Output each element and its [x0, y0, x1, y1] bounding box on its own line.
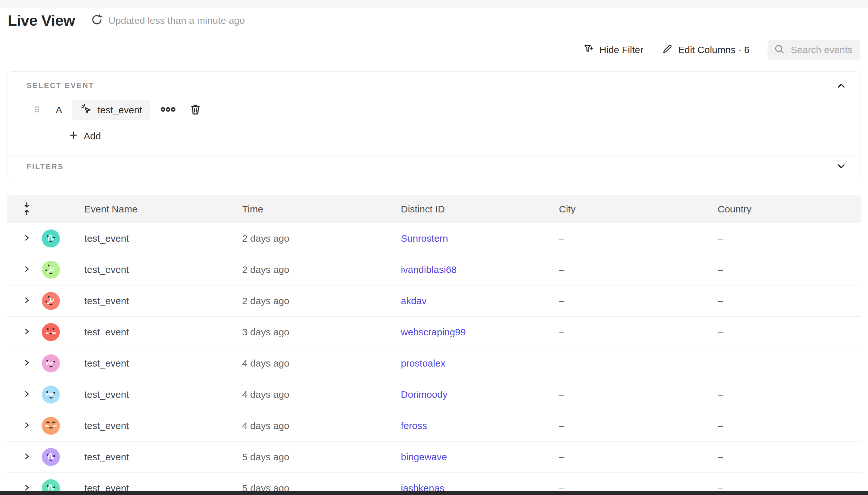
city-cell: –: [556, 451, 715, 462]
expand-row-button[interactable]: [7, 421, 42, 431]
chevron-right-icon: [22, 359, 31, 368]
expand-row-button[interactable]: [7, 359, 42, 368]
event-name-cell: test_event: [77, 327, 242, 338]
table-row: test_event 3 days ago webscraping99 – –: [7, 317, 861, 348]
chevron-right-icon: [22, 452, 31, 462]
search-box[interactable]: [768, 40, 860, 60]
user-avatar[interactable]: [42, 292, 60, 310]
edit-columns-label: Edit Columns · 6: [678, 45, 750, 55]
user-avatar[interactable]: [42, 448, 60, 466]
time-cell: 2 days ago: [242, 264, 401, 275]
user-avatar[interactable]: [42, 323, 60, 341]
expand-row-button[interactable]: [7, 327, 42, 337]
select-event-collapse-button[interactable]: [835, 80, 848, 93]
page-header: Live View Updated less than a minute ago: [8, 12, 245, 29]
chevron-up-icon: [836, 81, 847, 93]
filters-section: FILTERS: [7, 155, 861, 178]
column-header-country: Country: [715, 204, 861, 215]
event-selector-chip[interactable]: test_event: [72, 100, 150, 120]
expand-row-button[interactable]: [7, 296, 42, 306]
distinct-id-link[interactable]: Sunrostern: [401, 233, 556, 244]
time-cell: 4 days ago: [242, 389, 401, 400]
event-name-cell: test_event: [77, 420, 242, 431]
chevron-right-icon: [22, 234, 31, 243]
city-cell: –: [556, 358, 715, 369]
city-cell: –: [556, 295, 715, 306]
drag-handle[interactable]: [31, 104, 43, 116]
time-cell: 3 days ago: [242, 327, 401, 338]
time-cell: 4 days ago: [242, 420, 401, 431]
expand-row-button[interactable]: [7, 390, 42, 399]
event-name-cell: test_event: [77, 389, 242, 400]
collapse-all-button[interactable]: [7, 202, 42, 217]
plus-icon: [68, 130, 79, 142]
select-event-label: SELECT EVENT: [27, 82, 847, 90]
pencil-icon: [661, 43, 673, 57]
city-cell: –: [556, 420, 715, 431]
expand-row-button[interactable]: [7, 234, 42, 243]
user-avatar[interactable]: [42, 354, 60, 372]
country-cell: –: [715, 264, 861, 275]
avatar-cell: [42, 417, 77, 435]
distinct-id-link[interactable]: ivandiblasi68: [401, 264, 556, 275]
edit-columns-button[interactable]: Edit Columns · 6: [661, 43, 750, 57]
table-row: test_event 4 days ago feross – –: [7, 410, 861, 442]
cursor-click-icon: [80, 103, 92, 118]
filters-expand-button[interactable]: [835, 160, 848, 173]
chevron-right-icon: [22, 390, 31, 399]
distinct-id-link[interactable]: webscraping99: [401, 327, 556, 338]
live-view-page: Live View Updated less than a minute ago…: [0, 0, 868, 495]
hide-filter-button[interactable]: Hide Filter: [583, 43, 644, 57]
page-title: Live View: [8, 12, 75, 29]
refresh-button[interactable]: [90, 14, 104, 28]
expand-row-button[interactable]: [7, 452, 42, 462]
country-cell: –: [715, 327, 861, 338]
event-options-button[interactable]: [161, 105, 175, 115]
table-row: test_event 5 days ago bingewave – –: [7, 442, 861, 473]
chevron-right-icon: [22, 421, 31, 431]
table-row: test_event 4 days ago prostoalex – –: [7, 348, 861, 379]
user-avatar[interactable]: [42, 261, 60, 279]
event-query-row: A test_event: [27, 100, 847, 120]
search-input[interactable]: [791, 45, 855, 55]
time-cell: 2 days ago: [242, 295, 401, 306]
user-avatar[interactable]: [42, 386, 60, 404]
column-header-event-name: Event Name: [77, 204, 242, 215]
event-name-cell: test_event: [77, 233, 242, 244]
country-cell: –: [715, 420, 861, 431]
chevron-right-icon: [22, 327, 31, 337]
filters-label: FILTERS: [27, 163, 64, 171]
user-avatar[interactable]: [42, 229, 60, 248]
distinct-id-link[interactable]: feross: [401, 420, 556, 431]
distinct-id-link[interactable]: prostoalex: [401, 358, 556, 369]
add-event-button[interactable]: Add: [68, 130, 101, 142]
city-cell: –: [556, 233, 715, 244]
updated-status: Updated less than a minute ago: [108, 15, 245, 26]
user-avatar[interactable]: [42, 417, 60, 435]
collapse-rows-icon: [22, 202, 32, 217]
avatar-cell: [42, 292, 77, 310]
query-builder-card: SELECT EVENT: [7, 71, 861, 178]
time-cell: 2 days ago: [242, 233, 401, 244]
time-cell: 5 days ago: [242, 451, 401, 462]
table-body: test_event 2 days ago Sunrostern – – tes…: [7, 223, 861, 495]
bottom-window-bar: [0, 491, 868, 495]
distinct-id-link[interactable]: Dorimoody: [401, 389, 556, 400]
avatar-cell: [42, 323, 77, 341]
column-header-city: City: [556, 204, 715, 215]
table-header-row: Event Name Time Distinct ID City Country: [7, 195, 861, 223]
table-row: test_event 2 days ago Sunrostern – –: [7, 223, 861, 254]
expand-row-button[interactable]: [7, 265, 42, 275]
event-name-cell: test_event: [77, 451, 242, 462]
distinct-id-link[interactable]: akdav: [401, 295, 556, 306]
add-button-label: Add: [84, 131, 101, 142]
ellipsis-icon: [161, 105, 175, 115]
country-cell: –: [715, 233, 861, 244]
toolbar: Hide Filter Edit Columns · 6: [583, 40, 860, 60]
drag-dots-icon: [32, 104, 42, 116]
distinct-id-link[interactable]: bingewave: [401, 451, 556, 462]
chevron-down-icon: [836, 160, 847, 173]
select-event-section: SELECT EVENT: [7, 72, 861, 155]
avatar-cell: [42, 448, 77, 466]
delete-event-button[interactable]: [189, 103, 202, 117]
